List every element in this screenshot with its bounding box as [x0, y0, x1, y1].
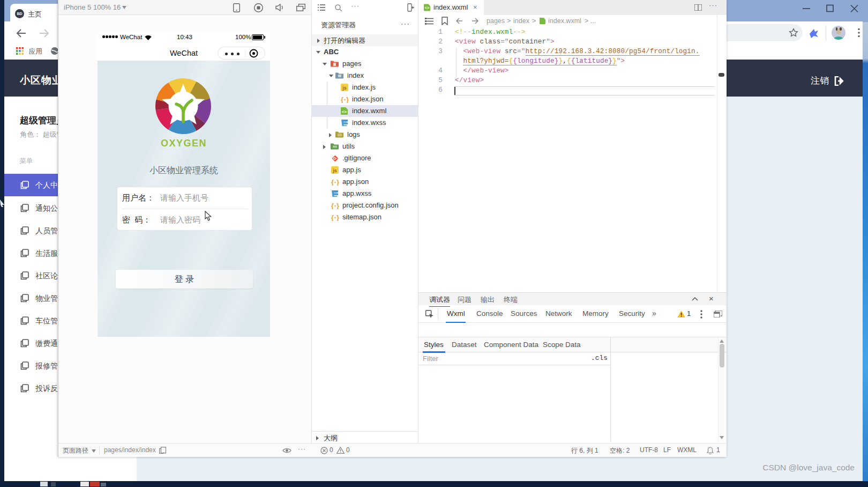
- svg-text:{: {: [341, 95, 343, 103]
- svg-text:js: js: [342, 85, 347, 91]
- svg-text:}: }: [346, 95, 349, 103]
- svg-text:<>: <>: [342, 109, 347, 114]
- svg-text:}: }: [336, 178, 339, 186]
- svg-text:<>: <>: [425, 5, 430, 10]
- svg-text:}: }: [336, 213, 339, 221]
- svg-text:{: {: [331, 178, 334, 186]
- svg-text:}: }: [336, 202, 339, 209]
- svg-text:js: js: [332, 168, 337, 173]
- svg-text:{: {: [331, 213, 334, 221]
- svg-text:{: {: [331, 202, 334, 209]
